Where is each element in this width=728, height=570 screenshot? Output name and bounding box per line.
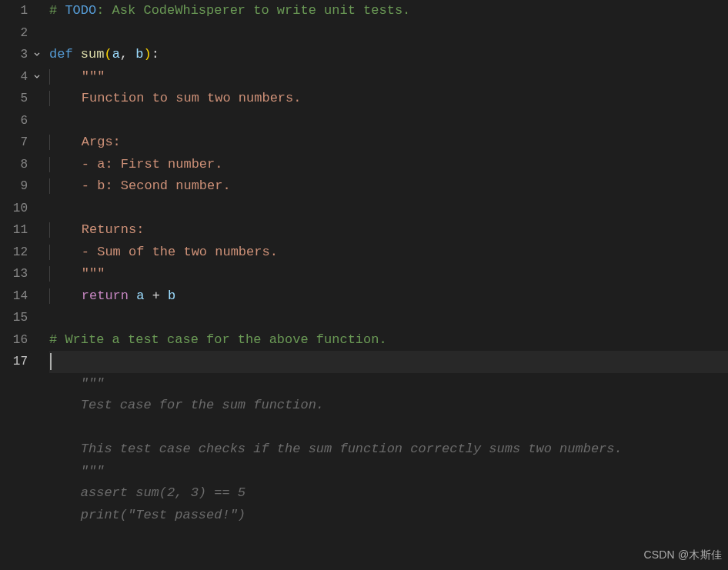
code-line[interactable]: """ (49, 263, 728, 285)
code-line[interactable]: - a: First number. (49, 154, 728, 176)
line-number: 13 (0, 263, 28, 285)
line-number: 8 (0, 154, 28, 176)
code-line[interactable]: Returns: (49, 219, 728, 242)
gutter-row (0, 482, 49, 505)
line-number: 6 (0, 110, 28, 132)
code-area[interactable]: # TODO: Ask CodeWhisperer to write unit … (49, 0, 728, 570)
code-line[interactable] (49, 307, 728, 329)
token-string: Returns: (82, 219, 145, 242)
line-number: 2 (0, 22, 28, 45)
token-todo: TODO (65, 0, 96, 22)
token-string: """ (82, 66, 105, 88)
suggestion-line: print("Test passed!") (49, 505, 728, 527)
token-param: b (135, 44, 143, 66)
gutter: 1234567891011121314151617 (0, 0, 49, 570)
fold-toggle[interactable] (28, 72, 46, 82)
token-func: sum (81, 44, 105, 66)
ghost-text: """ (49, 373, 104, 395)
watermark: CSDN @木斯佳 (643, 544, 722, 566)
gutter-row: 7 (0, 132, 49, 154)
ghost-text: This test case checks if the sum functio… (49, 438, 623, 461)
text-cursor (50, 353, 52, 370)
line-number: 9 (0, 175, 28, 198)
code-line[interactable]: # TODO: Ask CodeWhisperer to write unit … (49, 0, 728, 22)
line-number: 17 (0, 351, 28, 373)
code-line[interactable]: def sum(a, b): (49, 44, 728, 66)
code-line[interactable] (49, 198, 728, 220)
token-comment: : Ask CodeWhisperer to write unit tests. (96, 0, 410, 22)
token-string: - b: Second number. (82, 175, 231, 198)
line-number: 5 (0, 88, 28, 110)
gutter-row: 5 (0, 88, 49, 110)
token-param: a (112, 44, 120, 66)
ghost-text: Test case for the sum function. (49, 395, 324, 417)
token-var: a (136, 285, 144, 308)
suggestion-line: """ (49, 373, 728, 395)
gutter-row (0, 395, 49, 417)
token-comment: # Write a test case for the above functi… (49, 329, 387, 352)
gutter-row: 1 (0, 0, 49, 22)
line-number: 11 (0, 219, 28, 242)
ghost-text: """ (49, 461, 104, 483)
gutter-row: 9 (0, 175, 49, 198)
token-comment: # (49, 0, 65, 22)
token-var: b (168, 285, 175, 308)
chevron-down-icon[interactable] (32, 72, 42, 82)
line-number: 3 (0, 44, 28, 66)
gutter-row: 12 (0, 242, 49, 264)
suggestion-line: This test case checks if the sum functio… (49, 438, 728, 461)
fold-toggle[interactable] (28, 49, 46, 60)
line-number: 10 (0, 198, 28, 220)
gutter-row: 13 (0, 263, 49, 285)
gutter-row: 6 (0, 110, 49, 132)
code-line[interactable] (49, 22, 728, 45)
line-number: 15 (0, 307, 28, 329)
token-string: """ (82, 263, 105, 285)
gutter-row: 14 (0, 285, 49, 308)
token-punct-y: ) (143, 44, 151, 66)
suggestion-line: assert sum(2, 3) == 5 (49, 482, 728, 505)
token-string: - Sum of the two numbers. (82, 242, 278, 264)
gutter-row: 11 (0, 219, 49, 242)
suggestion-line (49, 417, 728, 439)
token-punct: , (120, 44, 135, 66)
gutter-row: 15 (0, 307, 49, 329)
token-string: - a: First number. (82, 154, 223, 176)
line-number: 7 (0, 132, 28, 154)
line-number: 12 (0, 242, 28, 264)
code-line[interactable]: """ (49, 66, 728, 88)
gutter-row: 8 (0, 154, 49, 176)
gutter-row (0, 461, 49, 483)
gutter-row: 16 (0, 329, 49, 352)
gutter-row: 4 (0, 66, 49, 88)
code-line[interactable]: - Sum of the two numbers. (49, 242, 728, 264)
gutter-row (0, 438, 49, 461)
gutter-row (0, 417, 49, 439)
ghost-text: assert sum(2, 3) == 5 (49, 482, 245, 505)
token-punct-y: ( (104, 44, 112, 66)
gutter-row: 2 (0, 22, 49, 45)
code-line[interactable]: return a + b (49, 285, 728, 308)
token-control: return (82, 285, 136, 308)
gutter-row: 3 (0, 44, 49, 66)
token-string: Function to sum two numbers. (82, 88, 302, 110)
chevron-down-icon[interactable] (32, 49, 42, 60)
token-keyword: def (49, 44, 81, 66)
line-number: 14 (0, 285, 28, 308)
code-line[interactable]: # Write a test case for the above functi… (49, 329, 728, 352)
code-line[interactable]: Args: (49, 132, 728, 154)
code-line[interactable] (49, 110, 728, 132)
line-number: 1 (0, 0, 28, 22)
code-line[interactable]: - b: Second number. (49, 175, 728, 198)
suggestion-line: """ (49, 461, 728, 483)
ghost-text: print("Test passed!") (49, 505, 245, 527)
code-editor[interactable]: 1234567891011121314151617 # TODO: Ask Co… (0, 0, 728, 570)
gutter-row (0, 373, 49, 395)
token-punct: : (152, 44, 159, 66)
current-line-highlight (49, 351, 728, 373)
gutter-row: 17 (0, 351, 49, 373)
suggestion-line: Test case for the sum function. (49, 395, 728, 417)
code-line[interactable]: Function to sum two numbers. (49, 88, 728, 110)
gutter-row: 10 (0, 198, 49, 220)
token-op: + (144, 285, 168, 308)
